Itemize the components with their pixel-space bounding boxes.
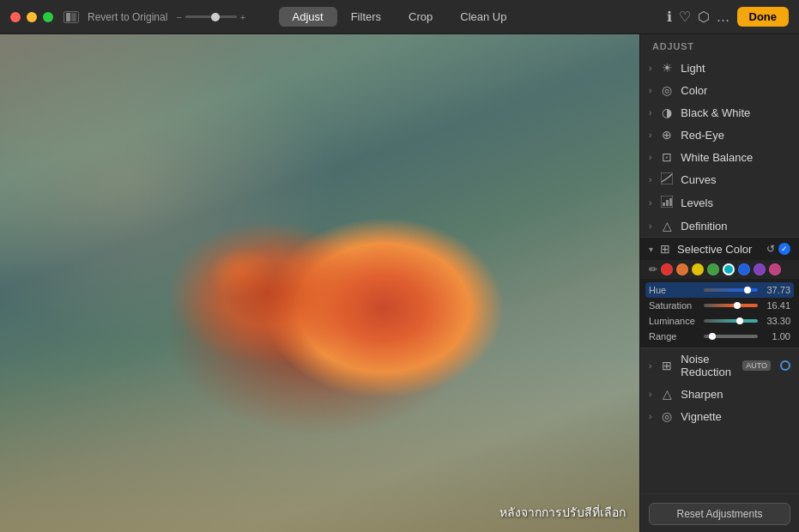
reset-wrap: Reset Adjustments: [640, 496, 799, 532]
tab-filters[interactable]: Filters: [337, 7, 395, 27]
right-panel: ADJUST › ☀ Light › ◎ Color › ◑ Black & W…: [639, 34, 799, 532]
hue-label: Hue: [649, 285, 699, 295]
photo-placeholder: [0, 34, 639, 532]
redeye-icon: ⊕: [660, 128, 674, 142]
share-button[interactable]: ⬡: [698, 9, 710, 25]
color-tools-row: ✏: [640, 260, 799, 279]
arrow-icon-vignette: ›: [649, 412, 651, 421]
adjust-item-curves[interactable]: › Curves: [640, 168, 799, 191]
photo-area: หลังจากการปรับสีที่เลือก: [0, 34, 639, 532]
svg-rect-1: [71, 13, 76, 21]
bw-label: Black & White: [681, 106, 790, 119]
redeye-label: Red-Eye: [681, 129, 790, 142]
range-track[interactable]: [704, 335, 758, 338]
bw-icon: ◑: [660, 106, 674, 119]
arrow-icon-color: ›: [649, 86, 651, 95]
luminance-row[interactable]: Luminance 33.30: [645, 313, 794, 329]
luminance-label: Luminance: [649, 316, 699, 326]
range-value: 1.00: [763, 331, 790, 342]
arrow-icon-wb: ›: [649, 153, 651, 162]
view-toggle-group: [64, 11, 79, 23]
traffic-lights: [10, 12, 53, 22]
zoom-slider[interactable]: [185, 15, 237, 18]
adjust-item-noise[interactable]: › ⊞ Noise Reduction AUTO: [640, 348, 799, 383]
selective-color-header[interactable]: ▾ ⊞ Selective Color ↺ ✓: [640, 238, 799, 260]
minimize-button[interactable]: [27, 12, 37, 22]
range-label: Range: [649, 331, 699, 342]
adjust-item-levels[interactable]: › Levels: [640, 191, 799, 215]
sharpen-label: Sharpen: [681, 388, 790, 401]
tab-cleanup[interactable]: Clean Up: [446, 7, 520, 27]
selective-color-label: Selective Color: [677, 243, 752, 256]
reset-button[interactable]: Reset Adjustments: [649, 503, 790, 525]
revert-button[interactable]: Revert to Original: [88, 11, 167, 23]
luminance-track[interactable]: [704, 319, 758, 323]
swatch-yellow[interactable]: [692, 263, 704, 275]
range-row[interactable]: Range 1.00: [645, 329, 794, 344]
adjust-item-sharpen[interactable]: › △ Sharpen: [640, 383, 799, 405]
noise-label: Noise Reduction: [681, 353, 734, 378]
saturation-track[interactable]: [704, 304, 758, 307]
curves-icon: [660, 172, 674, 187]
hue-track[interactable]: [704, 288, 758, 292]
arrow-icon-sharpen: ›: [649, 390, 651, 399]
swatch-orange[interactable]: [676, 263, 688, 275]
actions-button[interactable]: …: [717, 9, 730, 25]
adjust-item-light[interactable]: › ☀ Light: [640, 57, 799, 79]
luminance-thumb[interactable]: [736, 317, 743, 324]
main-area: หลังจากการปรับสีที่เลือก ADJUST › ☀ Ligh…: [0, 34, 799, 532]
adjust-item-definition[interactable]: › △ Definition: [640, 215, 799, 237]
swatch-magenta[interactable]: [769, 263, 781, 275]
svg-rect-4: [663, 203, 665, 206]
saturation-row[interactable]: Saturation 16.41: [645, 298, 794, 313]
heart-button[interactable]: ♡: [679, 9, 691, 25]
arrow-icon-noise: ›: [649, 361, 651, 371]
swatch-red[interactable]: [661, 263, 673, 275]
tab-adjust[interactable]: Adjust: [279, 7, 337, 27]
single-view-icon[interactable]: [64, 11, 79, 23]
adjust-item-color[interactable]: › ◎ Color: [640, 79, 799, 101]
selective-color-icon: ⊞: [660, 242, 670, 256]
fullscreen-button[interactable]: [43, 12, 53, 22]
levels-icon: [660, 196, 674, 210]
info-button[interactable]: ℹ: [667, 9, 672, 25]
hue-row[interactable]: Hue 37.73: [645, 282, 794, 298]
hue-value: 37.73: [763, 285, 790, 295]
arrow-icon-curves: ›: [649, 175, 651, 184]
svg-rect-0: [66, 13, 70, 21]
color-label: Color: [681, 84, 790, 97]
sc-undo-button[interactable]: ↺: [766, 243, 775, 255]
selective-color-section: ▾ ⊞ Selective Color ↺ ✓ ✏: [640, 237, 799, 348]
arrow-icon-light: ›: [649, 63, 651, 73]
range-thumb[interactable]: [709, 333, 716, 340]
tab-crop[interactable]: Crop: [395, 7, 446, 27]
swatch-purple[interactable]: [754, 263, 766, 275]
arrow-down-icon: ▾: [649, 245, 653, 254]
vignette-icon: ◎: [660, 409, 674, 423]
swatch-blue[interactable]: [738, 263, 750, 275]
swatch-cyan[interactable]: [723, 263, 735, 275]
panel-divider: [640, 493, 799, 494]
zoom-min-icon: −: [176, 12, 181, 22]
sharpen-icon: △: [660, 387, 674, 401]
saturation-value: 16.41: [763, 300, 790, 311]
arrow-icon-bw: ›: [649, 108, 651, 118]
wb-icon: ⊡: [660, 150, 674, 164]
saturation-label: Saturation: [649, 300, 699, 311]
adjust-item-bw[interactable]: › ◑ Black & White: [640, 101, 799, 124]
adjust-item-redeye[interactable]: › ⊕ Red-Eye: [640, 124, 799, 146]
saturation-thumb[interactable]: [734, 302, 741, 309]
swatch-green[interactable]: [707, 263, 719, 275]
sc-active-indicator: ✓: [778, 243, 790, 255]
adjust-item-vignette[interactable]: › ◎ Vignette: [640, 405, 799, 427]
noise-icon: ⊞: [660, 359, 674, 372]
light-icon: ☀: [660, 61, 674, 75]
zoom-slider-wrap: − +: [176, 12, 245, 22]
noise-toggle[interactable]: [780, 360, 790, 371]
hue-thumb[interactable]: [744, 287, 751, 293]
eyedropper-tool[interactable]: ✏: [649, 263, 657, 275]
done-button[interactable]: Done: [737, 7, 790, 27]
sc-header-right: ↺ ✓: [766, 243, 790, 255]
close-button[interactable]: [10, 12, 21, 22]
adjust-item-wb[interactable]: › ⊡ White Balance: [640, 146, 799, 168]
